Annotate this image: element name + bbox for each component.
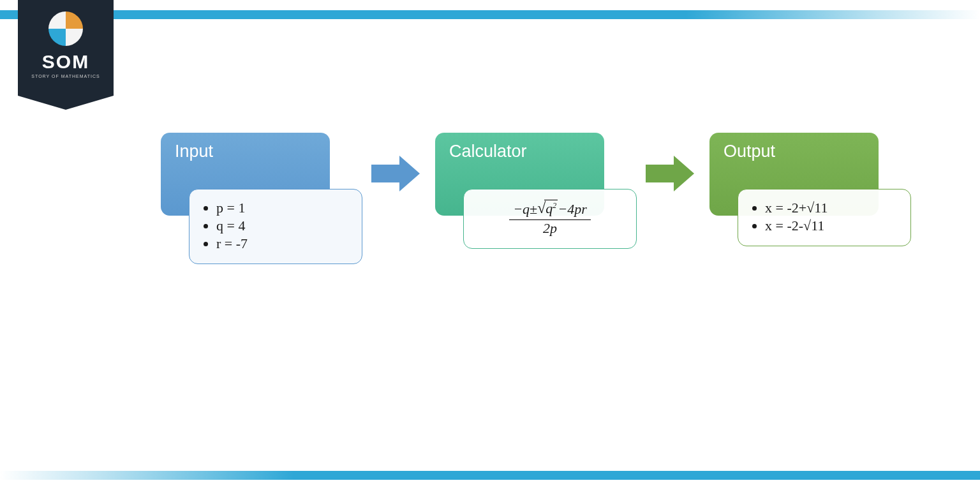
arrow-right-icon <box>646 156 697 191</box>
quadratic-formula: −q±√q2−4pr 2p <box>477 198 623 238</box>
stage-calculator-title: Calculator <box>449 142 527 161</box>
logo-text: SOM <box>42 52 89 71</box>
top-accent-bar <box>0 10 980 19</box>
stage-calculator-content: −q±√q2−4pr 2p <box>463 189 637 249</box>
stage-output: Output x = -2+√11 x = -2-√11 <box>709 133 907 273</box>
stage-output-title: Output <box>724 142 775 161</box>
process-flow: Input p = 1 q = 4 r = -7 Calculator −q±√… <box>161 133 907 299</box>
logo-subtitle: STORY OF MATHEMATICS <box>31 74 100 78</box>
output-item: x = -2+√11 <box>765 200 898 216</box>
stage-input-title: Input <box>175 142 213 161</box>
input-item: p = 1 <box>216 200 349 216</box>
logo-banner: SOM STORY OF MATHEMATICS <box>18 0 114 96</box>
arrow-right-icon <box>371 156 422 191</box>
input-item: q = 4 <box>216 218 349 234</box>
bottom-accent-bar <box>0 471 980 480</box>
logo-icon <box>48 11 83 46</box>
output-item: x = -2-√11 <box>765 218 898 234</box>
stage-input: Input p = 1 q = 4 r = -7 <box>161 133 359 299</box>
stage-input-content: p = 1 q = 4 r = -7 <box>189 189 362 264</box>
input-item: r = -7 <box>216 235 349 252</box>
stage-calculator: Calculator −q±√q2−4pr 2p <box>435 133 633 273</box>
stage-output-content: x = -2+√11 x = -2-√11 <box>738 189 911 246</box>
